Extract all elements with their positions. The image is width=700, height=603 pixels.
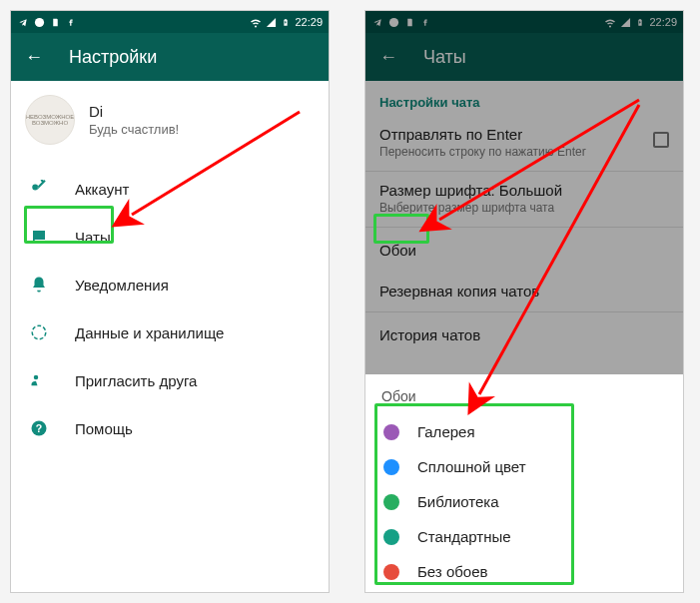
help-icon: ?	[29, 418, 49, 438]
library-icon	[383, 494, 399, 510]
sheet-item-label: Без обоев	[417, 563, 488, 580]
profile-status: Будь счастлив!	[89, 122, 179, 137]
facebook-icon	[65, 16, 77, 28]
statusbar: 22:29	[11, 11, 329, 33]
sheet-library[interactable]: Библиотека	[365, 484, 683, 519]
sheet-item-label: Сплошной цвет	[417, 458, 526, 475]
menu-help[interactable]: ? Помощь	[11, 404, 329, 452]
menu-chats[interactable]: Чаты	[11, 213, 329, 261]
menu-invite[interactable]: Пригласить друга	[11, 356, 329, 404]
back-arrow-icon[interactable]: ←	[25, 47, 43, 68]
svg-point-0	[34, 17, 43, 26]
menu-notifications[interactable]: Уведомления	[11, 261, 329, 308]
menu-item-label: Уведомления	[75, 277, 169, 294]
svg-point-1	[32, 325, 46, 339]
battery-icon	[280, 16, 292, 28]
menu-item-label: Аккаунт	[75, 181, 129, 198]
invite-icon	[29, 370, 49, 390]
sheet-none[interactable]: Без обоев	[365, 554, 683, 589]
default-icon	[383, 529, 399, 545]
menu-item-label: Пригласить друга	[75, 372, 197, 389]
chat-icon	[29, 227, 49, 247]
sheet-item-label: Стандартные	[417, 528, 511, 545]
steam-icon	[33, 16, 45, 28]
avatar: НЕВОЗМОЖНОЕ ВОЗМОЖНО	[25, 95, 75, 145]
menu-data[interactable]: Данные и хранилище	[11, 308, 329, 356]
bell-icon	[29, 275, 49, 295]
sheet-title: Обои	[365, 384, 683, 414]
sheet-item-label: Библиотека	[417, 493, 499, 510]
profile-name: Di	[89, 103, 179, 120]
menu-item-label: Чаты	[75, 229, 111, 246]
key-icon	[29, 179, 49, 199]
menu-item-label: Помощь	[75, 420, 133, 437]
phone-chats-settings: 22:29 ← Чаты Настройки чата Отправлять п…	[364, 10, 684, 593]
svg-text:?: ?	[36, 422, 42, 434]
phone-settings: 22:29 ← Настройки НЕВОЗМОЖНОЕ ВОЗМОЖНО D…	[10, 10, 330, 593]
menu-account[interactable]: Аккаунт	[11, 165, 329, 213]
gallery-icon	[383, 424, 399, 440]
sheet-default[interactable]: Стандартные	[365, 519, 683, 554]
telegram-icon	[17, 16, 29, 28]
statusbar-time: 22:29	[295, 16, 323, 28]
data-icon	[29, 322, 49, 342]
dim-overlay	[365, 11, 683, 374]
appbar-settings: ← Настройки	[11, 33, 329, 81]
no-wallpaper-icon	[383, 564, 399, 580]
settings-menu: Аккаунт Чаты Уведомления Данные и хранил…	[11, 163, 329, 454]
sd-icon	[49, 16, 61, 28]
sheet-item-label: Галерея	[417, 423, 475, 440]
menu-item-label: Данные и хранилище	[75, 324, 224, 341]
wallpaper-sheet: Обои Галерея Сплошной цвет Библиотека Ст…	[365, 374, 683, 592]
sheet-gallery[interactable]: Галерея	[365, 414, 683, 449]
wifi-icon	[250, 16, 262, 28]
appbar-title: Настройки	[69, 47, 157, 68]
profile-row[interactable]: НЕВОЗМОЖНОЕ ВОЗМОЖНО Di Будь счастлив!	[11, 81, 329, 163]
sheet-solid[interactable]: Сплошной цвет	[365, 449, 683, 484]
signal-icon	[265, 16, 277, 28]
solid-color-icon	[383, 459, 399, 475]
